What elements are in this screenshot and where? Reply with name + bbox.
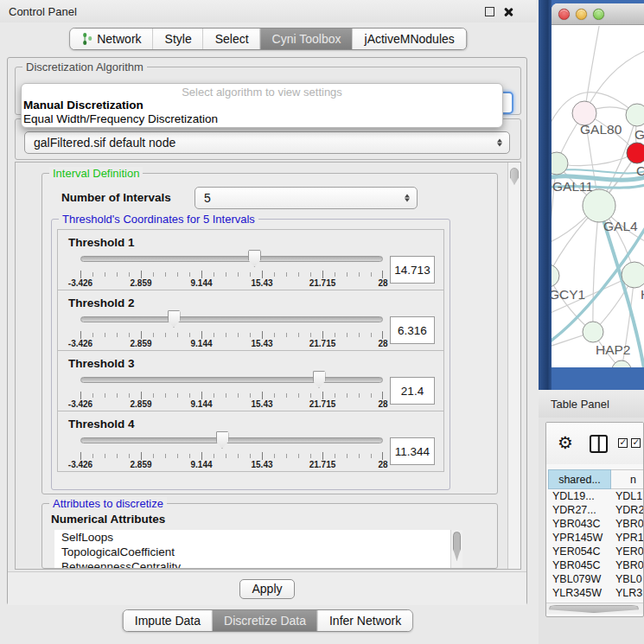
network-node-ga[interactable]	[626, 104, 644, 126]
group-label: Discretization Algorithm	[22, 61, 147, 73]
column-header-shared[interactable]: shared...	[548, 469, 611, 489]
split-view-icon[interactable]	[590, 435, 608, 453]
network-view-window: GAL80GACGAL11GAL4GCY1HHAP2	[552, 3, 644, 367]
network-node-hap2[interactable]	[583, 322, 603, 342]
spinner-arrows-icon	[405, 192, 410, 205]
network-node-gal4[interactable]	[583, 189, 615, 222]
network-canvas[interactable]: GAL80GACGAL11GAL4GCY1HHAP2	[552, 26, 644, 367]
threshold-row: Threshold 4 -3.4262.8599.14415.4321.7152…	[57, 411, 444, 472]
table-row[interactable]: YER054CYER0	[548, 545, 644, 559]
checkbox-checked-icon[interactable]	[618, 438, 628, 448]
threshold-label: Threshold 1	[68, 236, 435, 249]
attribute-list-item[interactable]: SelfLoops	[54, 530, 462, 545]
table-row[interactable]: YDL19...YDL1	[548, 490, 644, 504]
zoom-icon[interactable]	[593, 9, 604, 20]
network-node-label: GAL11	[552, 179, 593, 194]
network-node-label: GAL80	[580, 122, 622, 137]
discretization-algorithm-group: Discretization Algorithm Select algorith…	[15, 67, 521, 115]
slider-thumb[interactable]	[248, 250, 261, 267]
dropdown-option[interactable]: Equal Width/Frequency Discretization	[22, 112, 502, 126]
list-scrollbar[interactable]	[450, 530, 462, 568]
threshold-label: Threshold 2	[68, 296, 435, 309]
group-label: Interval Definition	[49, 167, 143, 180]
table-row[interactable]: YBR043CYBR0	[548, 518, 644, 532]
slider-thumb[interactable]	[216, 431, 229, 449]
table-row[interactable]: YPR145WYPR1	[548, 532, 644, 545]
algorithm-dropdown-popup: Select algorithm to view settings Manual…	[21, 83, 503, 128]
tab-network[interactable]: Network	[70, 29, 153, 49]
slider-tick-labels: -3.4262.8599.14415.4321.71528	[80, 278, 383, 289]
column-header-name[interactable]: n	[611, 469, 644, 489]
attribute-list-item[interactable]: BetweennessCentrality	[54, 559, 462, 568]
number-of-intervals-spinner[interactable]: 5	[194, 187, 418, 209]
bottom-tab-impute-data[interactable]: Impute Data	[124, 610, 213, 631]
bottom-tab-infer-network[interactable]: Infer Network	[318, 610, 412, 631]
slider-thumb[interactable]	[168, 310, 181, 328]
dropdown-option[interactable]: Manual Discretization	[22, 99, 502, 112]
attribute-list-item[interactable]: TopologicalCoefficient	[54, 545, 462, 559]
float-icon[interactable]	[485, 7, 494, 16]
control-panel: Control Panel NetworkStyleSelectCyni Too…	[0, 0, 536, 644]
network-node-gcy1[interactable]	[552, 265, 559, 287]
threshold-slider[interactable]: -3.4262.8599.14415.4321.71528	[80, 371, 383, 411]
bottom-tabs: Impute DataDiscretize DataInfer Network	[123, 609, 413, 632]
panel-title: Control Panel	[9, 5, 77, 18]
threshold-value-field[interactable]: 14.713	[390, 256, 435, 284]
table-row[interactable]: YLR345WYLR3	[548, 587, 644, 601]
tab-select[interactable]: Select	[204, 29, 261, 49]
slider-track[interactable]	[80, 256, 383, 262]
table-panel: Table Panel ⚙ shared... n YDL19...YDL1YD…	[539, 390, 644, 644]
dropdown-options: Manual DiscretizationEqual Width/Frequen…	[22, 99, 502, 126]
table-row[interactable]: YDR27...YDR2	[548, 504, 644, 518]
tab-jactivemnodules[interactable]: jActiveMNodules	[354, 29, 466, 49]
table-row[interactable]: YBR045CYBR0	[548, 559, 644, 573]
slider-track[interactable]	[80, 377, 383, 383]
table-rows: YDL19...YDL1YDR27...YDR2YBR043CYBR0YPR14…	[548, 490, 644, 615]
vertical-scrollbar[interactable]	[507, 163, 520, 569]
network-node-label: H	[641, 287, 644, 302]
threshold-slider[interactable]: -3.4262.8599.14415.4321.71528	[80, 310, 383, 350]
close-icon[interactable]	[502, 6, 513, 17]
control-panel-tabs: NetworkStyleSelectCyni ToolboxjActiveMNo…	[69, 28, 467, 50]
checkbox-checked-icon[interactable]	[631, 438, 641, 448]
threshold-value-field[interactable]: 6.316	[390, 316, 435, 344]
network-node-c[interactable]	[627, 143, 644, 163]
interval-definition-group: Interval Definition Number of Intervals …	[41, 173, 498, 494]
table-panel-body: ⚙ shared... n YDL19...YDL1YDR27...YDR2YB…	[545, 422, 644, 617]
threshold-value-field[interactable]: 21.4	[390, 377, 435, 405]
control-panel-titlebar: Control Panel	[0, 0, 536, 22]
table-data-value: galFiltered.sif default node	[34, 136, 175, 150]
bottom-tab-discretize-data[interactable]: Discretize Data	[213, 610, 318, 631]
slider-ticks	[80, 452, 383, 460]
threshold-slider[interactable]: -3.4262.8599.14415.4321.71528	[80, 250, 383, 290]
tab-style[interactable]: Style	[154, 29, 204, 49]
numerical-attributes-label: Numerical Attributes	[51, 513, 165, 526]
threshold-row: Threshold 1 -3.4262.8599.14415.4321.7152…	[57, 229, 444, 290]
threshold-value-field[interactable]: 11.344	[390, 437, 435, 465]
close-icon[interactable]	[558, 9, 570, 20]
table-panel-titlebar: Table Panel	[539, 390, 644, 418]
thresholds-group: Threshold's Coordinates for 5 Intervals …	[51, 219, 450, 490]
threshold-rows: Threshold 1 -3.4262.8599.14415.4321.7152…	[57, 230, 444, 472]
table-row[interactable]: YBL079WYBL0	[548, 573, 644, 587]
gear-icon[interactable]: ⚙	[558, 433, 573, 452]
desktop-edge	[539, 0, 552, 390]
slider-track[interactable]	[80, 437, 383, 443]
tab-cyni-toolbox[interactable]: Cyni Toolbox	[261, 29, 354, 49]
combo-arrows-icon	[497, 137, 502, 150]
network-node[interactable]	[612, 360, 631, 367]
network-node-gal11[interactable]	[552, 152, 568, 175]
threshold-slider[interactable]: -3.4262.8599.14415.4321.71528	[80, 431, 383, 471]
slider-thumb[interactable]	[313, 371, 326, 388]
network-node-label: C	[636, 163, 644, 178]
horizontal-scrollbar[interactable]	[546, 603, 643, 614]
minimize-icon[interactable]	[576, 9, 587, 20]
table-data-combobox[interactable]: galFiltered.sif default node	[24, 131, 510, 154]
group-label: Threshold's Coordinates for 5 Intervals	[59, 213, 258, 226]
cyni-toolbox-panel: Discretization Algorithm Select algorith…	[7, 57, 527, 605]
network-node-h[interactable]	[622, 262, 644, 288]
apply-button[interactable]: Apply	[239, 579, 295, 599]
numerical-attributes-list: SelfLoopsTopologicalCoefficientBetweenne…	[54, 530, 462, 568]
slider-track[interactable]	[80, 316, 383, 322]
group-label: Attributes to discretize	[49, 497, 167, 510]
